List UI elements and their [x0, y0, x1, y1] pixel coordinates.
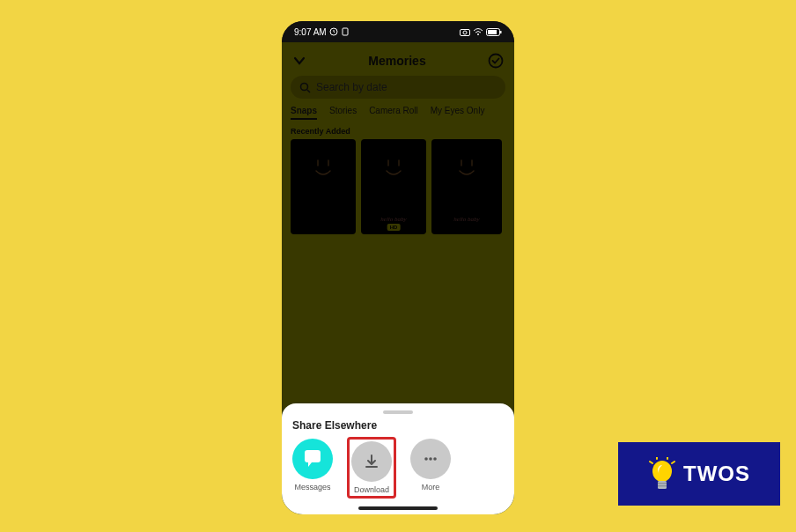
share-item-more[interactable]: More: [410, 439, 451, 491]
camera-icon: [460, 28, 470, 36]
share-row: Messages Download More: [292, 439, 504, 499]
clock-icon: [329, 27, 338, 36]
share-sheet: Share Elsewhere Messages Download: [282, 403, 514, 514]
lightbulb-icon: [648, 457, 676, 491]
download-highlight: Download: [347, 437, 396, 499]
phone-frame: 9:07 AM: [282, 21, 514, 514]
svg-rect-6: [488, 30, 497, 34]
svg-rect-1: [343, 28, 348, 35]
battery-icon: [486, 28, 502, 36]
share-title: Share Elsewhere: [292, 419, 504, 432]
more-icon: [410, 439, 451, 479]
svg-rect-7: [500, 31, 502, 33]
svg-rect-14: [658, 481, 667, 489]
status-time: 9:07 AM: [294, 27, 327, 37]
logo-text: TWOS: [683, 462, 750, 486]
share-item-messages[interactable]: Messages: [292, 439, 333, 491]
note-icon: [341, 27, 350, 36]
svg-point-11: [429, 457, 432, 461]
svg-point-10: [424, 457, 428, 461]
share-item-download[interactable]: Download: [351, 441, 392, 494]
status-bar: 9:07 AM: [282, 21, 514, 42]
svg-point-3: [463, 31, 467, 34]
share-label: Messages: [294, 483, 330, 491]
messages-icon: [292, 439, 333, 479]
svg-point-12: [433, 457, 437, 461]
svg-point-13: [652, 461, 672, 482]
svg-rect-16: [658, 485, 667, 486]
home-indicator[interactable]: [358, 506, 438, 510]
svg-rect-15: [658, 483, 667, 484]
wifi-icon: [473, 28, 483, 36]
share-label: Download: [354, 485, 389, 494]
svg-point-4: [477, 33, 479, 35]
sheet-grabber[interactable]: [383, 410, 413, 414]
logo-badge: TWOS: [618, 442, 780, 506]
download-icon: [351, 441, 392, 482]
screen: Memories Search by date Snaps Stories Ca…: [282, 42, 514, 514]
share-label: More: [422, 483, 440, 491]
